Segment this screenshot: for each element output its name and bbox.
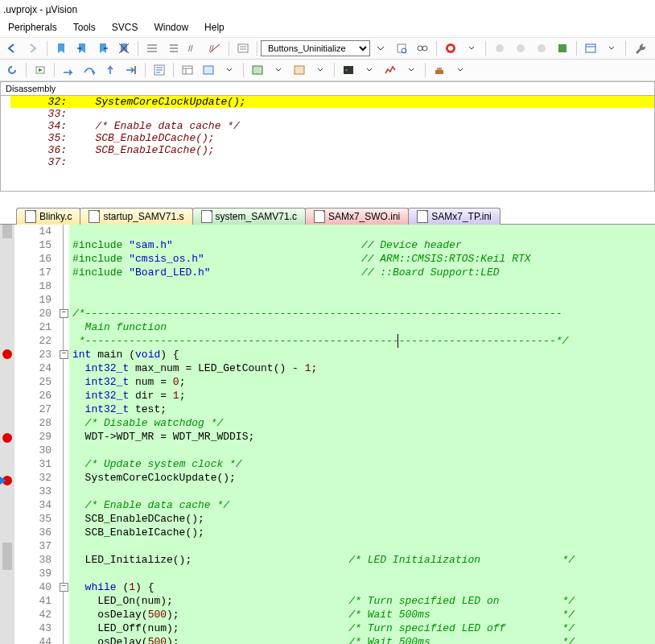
fold-gutter[interactable] (58, 512, 69, 526)
tab-samx7_tp-ini[interactable]: SAMx7_TP.ini (408, 208, 500, 225)
bookmark-prev-icon[interactable] (72, 39, 92, 58)
run-icon[interactable] (31, 60, 50, 80)
step-over-icon[interactable] (80, 60, 99, 80)
code-line[interactable]: /*--------------------------------------… (69, 307, 655, 320)
breakpoint-gutter[interactable] (0, 638, 14, 644)
breakpoint-gutter[interactable] (0, 474, 14, 488)
toolbox-icon[interactable] (430, 60, 449, 80)
code-line[interactable]: #include "sam.h" // Device header (69, 238, 655, 252)
breakpoint-gutter[interactable] (0, 225, 14, 238)
comment-icon[interactable]: // (184, 39, 204, 58)
code-line[interactable] (69, 567, 655, 580)
binoculars-icon[interactable] (413, 39, 432, 58)
fold-minus-icon[interactable]: − (60, 583, 68, 592)
code-line[interactable]: #include "cmsis_os.h" // ARM::CMSIS:RTOS… (69, 252, 655, 266)
breakpoint-gutter[interactable] (0, 460, 14, 474)
fold-gutter[interactable] (58, 553, 69, 567)
code-line[interactable]: WDT->WDT_MR = WDT_MR_WDDIS; (69, 430, 655, 444)
watch-window-icon[interactable] (290, 60, 309, 80)
fold-gutter[interactable] (58, 293, 69, 307)
breakpoint-gutter[interactable] (0, 307, 14, 320)
code-line[interactable]: osDelay(500); /* Wait 500ms */ (69, 608, 655, 621)
fold-gutter[interactable] (58, 621, 69, 635)
breakpoint-gutter[interactable] (0, 279, 14, 293)
code-line[interactable] (69, 279, 655, 293)
breakpoint-gutter[interactable] (0, 334, 14, 348)
step-icon[interactable] (59, 60, 78, 80)
fold-gutter[interactable] (58, 539, 69, 553)
code-line[interactable]: /* Disable watchdog */ (69, 416, 655, 430)
wrench-icon[interactable] (630, 39, 649, 58)
menu-svcs[interactable]: SVCS (104, 19, 146, 35)
menu-help[interactable]: Help (196, 19, 233, 35)
fold-gutter[interactable] (58, 498, 69, 512)
breakpoint-gutter[interactable] (0, 293, 14, 307)
breakpoint-gutter[interactable] (0, 570, 14, 584)
dropdown5-icon[interactable] (269, 60, 288, 80)
breakpoint-gutter[interactable] (0, 238, 14, 252)
fold-gutter[interactable] (58, 279, 69, 293)
circle-gray2-icon[interactable] (511, 39, 530, 58)
analysis-window-icon[interactable] (381, 60, 400, 80)
breakpoint-gutter[interactable] (0, 515, 14, 529)
dropdown3-icon[interactable] (602, 39, 621, 58)
serial-window-icon[interactable] (339, 60, 358, 80)
dropdown7-icon[interactable] (360, 60, 379, 80)
fold-gutter[interactable] (58, 430, 69, 444)
code-line[interactable]: int32_t dir = 1; (69, 389, 655, 402)
disassembly-body[interactable]: 32: SystemCoreClockUpdate();33: 34: /* E… (10, 96, 654, 191)
tab-system_samv71-c[interactable]: system_SAMV71.c (192, 208, 306, 225)
menu-peripherals[interactable]: Peripherals (0, 19, 65, 35)
code-line[interactable]: while (1) { (69, 580, 655, 594)
dropdown8-icon[interactable] (402, 60, 421, 80)
code-editor[interactable]: 1415161718192021222324252627282930313233… (0, 225, 655, 644)
code-line[interactable] (69, 539, 655, 553)
fold-minus-icon[interactable]: − (60, 309, 68, 318)
breakpoint-gutter[interactable] (0, 418, 14, 431)
dropdown-icon[interactable] (371, 39, 390, 58)
reset-cpu-icon[interactable] (2, 60, 22, 80)
code-line[interactable]: LED_On(num); /* Turn specified LED on */ (69, 594, 655, 608)
indent-icon[interactable] (142, 39, 162, 58)
breakpoint-gutter[interactable] (0, 320, 14, 334)
registers-icon[interactable] (199, 60, 218, 80)
fold-gutter[interactable] (58, 361, 69, 375)
fold-gutter[interactable] (58, 485, 69, 498)
fold-gutter[interactable]: − (58, 307, 69, 320)
tab-samx7_swo-ini[interactable]: SAMx7_SWO.ini (305, 208, 409, 225)
fold-gutter[interactable] (58, 567, 69, 580)
code-line[interactable]: /* Enable data cache */ (69, 498, 655, 512)
code-line[interactable]: int32_t test; (69, 402, 655, 416)
fold-gutter[interactable] (58, 526, 69, 539)
manage-rte-icon[interactable] (553, 39, 572, 58)
target-combo[interactable]: Buttons_Uninitialize (261, 40, 370, 56)
code-line[interactable]: int main (void) { (69, 348, 655, 361)
circle-gray3-icon[interactable] (532, 39, 551, 58)
code-line[interactable]: LED_Off(num); /* Turn specified LED off … (69, 621, 655, 635)
fold-gutter[interactable] (58, 608, 69, 621)
fold-gutter[interactable] (58, 457, 69, 471)
code-line[interactable]: Main function (69, 320, 655, 334)
code-line[interactable] (69, 225, 655, 238)
breakpoint-gutter[interactable] (0, 404, 14, 418)
debug-icon[interactable] (441, 39, 460, 58)
window-layout-icon[interactable] (178, 60, 197, 80)
forward-icon[interactable] (23, 39, 43, 58)
breakpoint-gutter[interactable] (0, 543, 14, 556)
code-line[interactable]: LED_Initialize(); /* LED Initialization … (69, 553, 655, 567)
breakpoint-gutter[interactable] (0, 625, 14, 638)
code-line[interactable]: *---------------------------------------… (69, 334, 655, 348)
breakpoint-gutter[interactable] (0, 266, 14, 279)
breakpoint-gutter[interactable] (0, 349, 14, 363)
fold-gutter[interactable] (58, 416, 69, 430)
menu-tools[interactable]: Tools (65, 19, 104, 35)
fold-gutter[interactable] (58, 389, 69, 402)
breakpoint-gutter[interactable] (0, 433, 14, 447)
fold-minus-icon[interactable]: − (60, 350, 68, 359)
find-icon[interactable] (233, 39, 253, 58)
breakpoint-gutter[interactable] (0, 252, 14, 266)
code-line[interactable]: SystemCoreClockUpdate(); (69, 471, 655, 485)
fold-gutter[interactable] (58, 402, 69, 416)
code-line[interactable] (69, 485, 655, 498)
breakpoint-gutter[interactable] (0, 447, 14, 460)
